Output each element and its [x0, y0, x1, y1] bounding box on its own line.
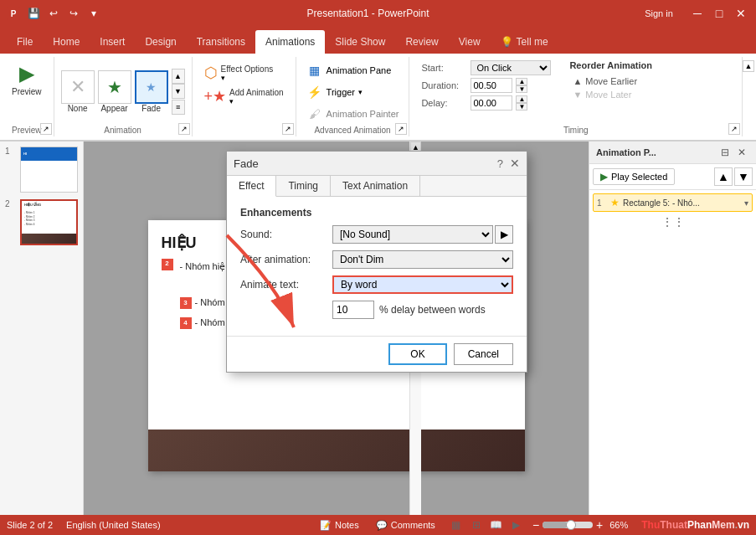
tab-home[interactable]: Home	[43, 30, 90, 54]
undo-button[interactable]: ↩	[45, 5, 62, 22]
timing-duration-row: Duration: ▲ ▼	[421, 78, 551, 93]
timing-duration-input[interactable]	[471, 78, 512, 93]
dialog-sound-play-btn[interactable]: ▶	[495, 225, 513, 244]
preview-button[interactable]: ▶ Preview	[7, 59, 47, 98]
anim-scroll-down[interactable]: ▼	[172, 84, 185, 99]
tab-tellme[interactable]: 💡Tell me	[491, 30, 558, 54]
play-selected-button[interactable]: ▶ Play Selected	[593, 168, 675, 185]
ribbon-collapse-btn[interactable]: ▲	[743, 60, 754, 72]
zoom-slider[interactable]	[543, 522, 593, 528]
anim-scroll-up[interactable]: ▲	[172, 69, 185, 84]
anim-appear-btn[interactable]: ★ Appear	[98, 70, 131, 113]
tab-insert[interactable]: Insert	[90, 30, 135, 54]
tab-design[interactable]: Design	[135, 30, 186, 54]
duration-spinner[interactable]: ▲ ▼	[516, 78, 527, 93]
effectoptions-expand[interactable]: ↗	[282, 123, 294, 135]
trigger-button[interactable]: ⚡ Trigger ▾	[303, 82, 366, 102]
timing-expand[interactable]: ↗	[728, 123, 740, 135]
slideshow-btn[interactable]: ▶	[507, 516, 526, 534]
dialog-help-btn[interactable]: ?	[497, 157, 503, 170]
dialog-close-btn[interactable]: ✕	[510, 157, 520, 170]
dialog-ok-button[interactable]: OK	[388, 343, 446, 365]
timing-delay-row: Delay: ▲ ▼	[421, 95, 551, 111]
timing-start-select[interactable]: On Click With Previous After Previous	[471, 60, 551, 75]
slide-1-num: 1	[5, 147, 17, 156]
dialog-section-title: Enhancements	[240, 207, 513, 219]
tab-file[interactable]: File	[7, 30, 43, 54]
comments-icon: 💬	[376, 520, 388, 531]
slide-sorter-btn[interactable]: ⊞	[467, 516, 486, 534]
save-button[interactable]: 💾	[25, 5, 42, 22]
preview-expand[interactable]: ↗	[40, 123, 52, 135]
slide-1-thumbnail[interactable]: HI content	[20, 147, 78, 193]
animation-painter-button[interactable]: 🖌 Animation Painter	[303, 104, 403, 124]
none-label: None	[68, 104, 88, 113]
anim-none-btn[interactable]: ✕ None	[61, 70, 95, 113]
delay-spinner[interactable]: ▲ ▼	[516, 95, 527, 111]
brand-vn: vn	[738, 519, 749, 531]
duration-down[interactable]: ▼	[516, 85, 527, 93]
move-later-button[interactable]: ▼ Move Later	[569, 89, 652, 100]
anim-item-1[interactable]: 1 ★ Rectangle 5: - Nhó... ▾	[593, 193, 753, 212]
delay-down[interactable]: ▼	[516, 103, 527, 111]
effect-options-area: Effect Options ▾	[221, 64, 274, 82]
animation-expand[interactable]: ↗	[178, 123, 190, 135]
slide-thumb-1[interactable]: 1 HI content	[3, 145, 80, 194]
dialog-controls: ? ✕	[497, 157, 520, 170]
anim-expand-btn[interactable]: ⋮⋮	[593, 213, 753, 230]
animation-painter-icon: 🖌	[306, 105, 323, 122]
anim-pane-close-btn[interactable]: ✕	[734, 145, 749, 160]
zoom-in-btn[interactable]: +	[596, 518, 603, 532]
dialog-tab-effect[interactable]: Effect	[227, 176, 276, 197]
minimize-button[interactable]: ─	[689, 5, 706, 22]
anim-more-btn[interactable]: ≡	[172, 100, 185, 115]
normal-view-btn[interactable]: ▦	[447, 516, 465, 534]
redo-button[interactable]: ↪	[65, 5, 82, 22]
anim-item-1-arrow: ▾	[744, 198, 748, 208]
anim-pane-dock-btn[interactable]: ⊟	[717, 145, 733, 160]
duration-up[interactable]: ▲	[516, 78, 527, 85]
tab-review[interactable]: Review	[395, 30, 448, 54]
close-button[interactable]: ✕	[733, 5, 749, 22]
zoom-handle[interactable]	[566, 520, 576, 530]
timing-duration-label: Duration:	[421, 80, 467, 90]
animation-pane-button[interactable]: ▦ Animation Pane	[303, 60, 395, 80]
brand-label: ThuThuatPhanMem.vn	[641, 519, 749, 531]
timing-delay-input[interactable]	[471, 95, 512, 111]
tab-slideshow[interactable]: Slide Show	[325, 30, 395, 54]
anim-fade-btn[interactable]: ★ Fade	[135, 70, 168, 113]
slide-info: Slide 2 of 2	[7, 520, 53, 530]
anim-nav-up-btn[interactable]: ▲	[714, 167, 733, 186]
slide-2-thumbnail[interactable]: HIỆU ỨNG - Nhóm 1- Nhóm 2- Nhóm 3- Nhóm …	[20, 199, 78, 245]
sign-in-button[interactable]: Sign in	[634, 5, 684, 22]
dialog-after-anim-select[interactable]: Don't Dim	[332, 250, 513, 269]
add-animation-button[interactable]: +★ Add Animation ▾	[199, 85, 289, 107]
maximize-button[interactable]: □	[711, 5, 728, 22]
anim-nav-down-btn[interactable]: ▼	[734, 167, 753, 186]
advanced-expand[interactable]: ↗	[395, 123, 407, 135]
dialog-tab-timing[interactable]: Timing	[276, 176, 331, 196]
zoom-out-btn[interactable]: −	[532, 518, 539, 532]
ribbon-group-effectoptions: ⬡ Effect Options ▾ +★ Add Animation ▾ ↗	[193, 57, 296, 136]
tab-view[interactable]: View	[449, 30, 491, 54]
delay-up[interactable]: ▲	[516, 95, 527, 103]
ribbon-group-advanced: ▦ Animation Pane ⚡ Trigger ▾ 🖌 Animation…	[296, 57, 410, 136]
dialog-cancel-button[interactable]: Cancel	[454, 343, 513, 365]
zoom-area: − + 66%	[532, 518, 628, 532]
ribbon-tab-bar: File Home Insert Design Transitions Anim…	[0, 27, 756, 54]
dialog-animate-text-select[interactable]: By word All at once By letter	[332, 275, 513, 294]
notes-button[interactable]: 📝 Notes	[315, 518, 364, 532]
preview-group-label: Preview	[12, 124, 42, 135]
effect-options-button[interactable]: ⬡ Effect Options ▾	[199, 62, 279, 84]
dialog-sound-select[interactable]: [No Sound]	[332, 225, 493, 244]
tab-transitions[interactable]: Transitions	[187, 30, 255, 54]
move-earlier-button[interactable]: ▲ Move Earlier	[569, 75, 652, 87]
slide-thumb-2[interactable]: 2 HIỆU ỨNG - Nhóm 1- Nhóm 2- Nhóm 3- Nhó…	[3, 198, 80, 247]
customize-button[interactable]: ▾	[85, 5, 102, 22]
comments-button[interactable]: 💬 Comments	[371, 518, 440, 532]
reading-view-btn[interactable]: 📖	[487, 516, 506, 534]
tab-animations[interactable]: Animations	[255, 30, 325, 54]
dialog-delay-input[interactable]	[332, 301, 374, 319]
brand-thuat: Thuat	[660, 519, 687, 531]
dialog-tab-textanimation[interactable]: Text Animation	[331, 176, 420, 196]
